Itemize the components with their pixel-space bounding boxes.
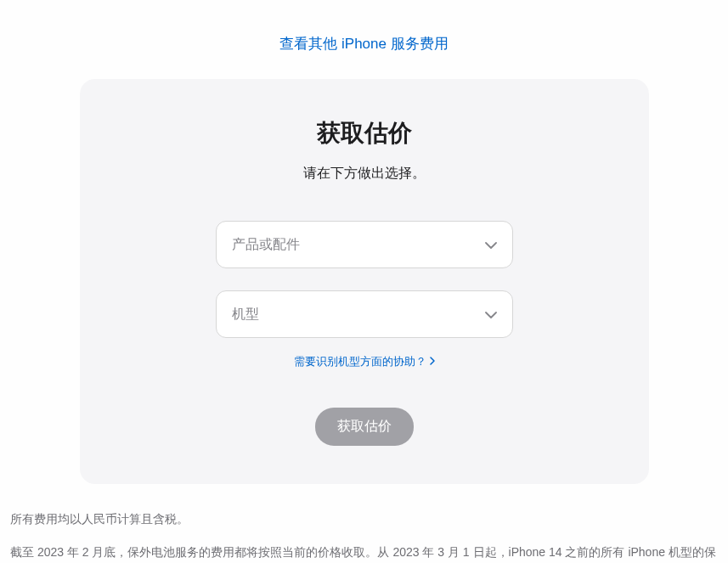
other-services-link[interactable]: 查看其他 iPhone 服务费用 [279,36,448,52]
footer-line1: 所有费用均以人民币计算且含税。 [10,508,718,531]
product-select[interactable]: 产品或配件 [216,221,513,268]
chevron-right-icon [430,357,435,367]
model-select-wrapper: 机型 [216,290,513,338]
product-select-wrapper: 产品或配件 [216,221,513,268]
identify-model-help-link[interactable]: 需要识别机型方面的协助？ [294,354,435,369]
top-link-wrapper: 查看其他 iPhone 服务费用 [0,0,728,79]
chevron-down-icon [485,307,497,321]
card-title: 获取估价 [114,117,615,149]
product-select-label: 产品或配件 [232,236,300,254]
get-estimate-button[interactable]: 获取估价 [315,408,414,446]
footer-text: 所有费用均以人民币计算且含税。 截至 2023 年 2 月底，保外电池服务的费用… [0,484,728,563]
chevron-down-icon [485,238,497,251]
model-select-label: 机型 [232,306,259,324]
help-link-text: 需要识别机型方面的协助？ [294,354,426,369]
card-subtitle: 请在下方做出选择。 [114,165,615,183]
footer-line2: 截至 2023 年 2 月底，保外电池服务的费用都将按照当前的价格收取。从 20… [10,541,718,563]
estimate-card: 获取估价 请在下方做出选择。 产品或配件 机型 需要识别机型方面的协助？ [80,79,649,484]
model-select[interactable]: 机型 [216,290,513,338]
